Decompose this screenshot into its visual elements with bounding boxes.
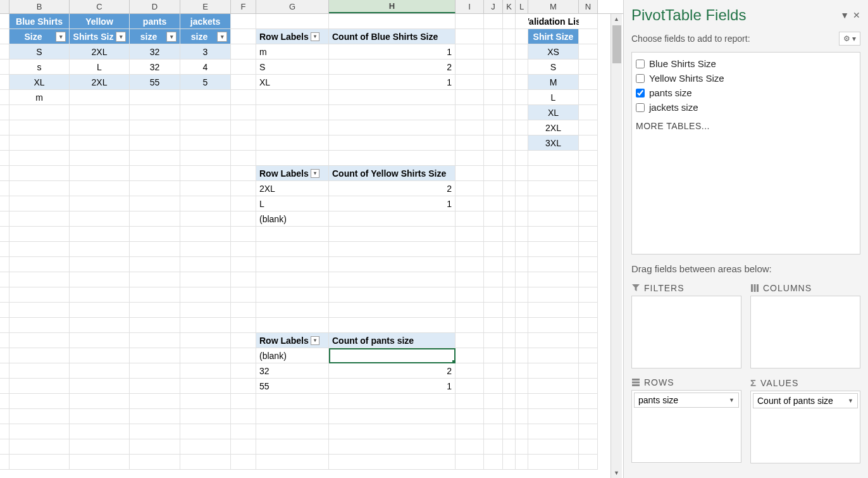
cell[interactable] [0, 333, 9, 348]
cell[interactable] [579, 75, 598, 90]
cell[interactable]: 32 [130, 60, 180, 75]
cell[interactable] [484, 196, 503, 211]
cell[interactable] [231, 29, 256, 44]
cell[interactable] [180, 272, 231, 287]
cell[interactable] [484, 166, 503, 181]
cell[interactable] [256, 287, 329, 303]
cell[interactable] [516, 455, 528, 470]
cell[interactable] [329, 424, 456, 439]
cell[interactable] [528, 394, 579, 409]
cell[interactable] [130, 394, 180, 409]
cell[interactable] [130, 151, 180, 166]
field-checkbox[interactable] [636, 89, 645, 97]
cell[interactable] [579, 196, 598, 211]
cell[interactable] [70, 166, 130, 181]
cell[interactable] [456, 90, 484, 105]
cell[interactable] [70, 135, 130, 151]
cell[interactable] [9, 105, 70, 120]
cell[interactable] [528, 379, 579, 394]
cell[interactable]: Row Labels▾ [256, 333, 329, 348]
dropdown-icon[interactable]: ▼ [729, 397, 735, 403]
field-item[interactable]: jackets size [635, 100, 857, 115]
cell[interactable] [180, 166, 231, 181]
cell[interactable] [516, 303, 528, 318]
cell[interactable] [0, 120, 9, 135]
cell[interactable] [503, 135, 516, 151]
cell[interactable] [503, 75, 516, 90]
cell[interactable] [256, 227, 329, 242]
cell[interactable] [503, 272, 516, 287]
scroll-thumb[interactable] [612, 25, 621, 63]
cell[interactable] [329, 135, 456, 151]
cell[interactable] [130, 439, 180, 455]
cell[interactable] [231, 151, 256, 166]
cell[interactable] [456, 257, 484, 272]
cell[interactable] [456, 29, 484, 44]
cell[interactable] [70, 318, 130, 333]
values-area-box[interactable]: Count of pants size ▼ [750, 391, 860, 463]
cell[interactable] [503, 379, 516, 394]
cell[interactable] [579, 318, 598, 333]
cell[interactable] [180, 120, 231, 135]
cell[interactable] [456, 181, 484, 196]
cell[interactable] [503, 424, 516, 439]
cell[interactable] [579, 166, 598, 181]
cell[interactable] [484, 90, 503, 105]
cell[interactable] [484, 105, 503, 120]
cell[interactable] [579, 135, 598, 151]
cell[interactable] [9, 166, 70, 181]
cell[interactable]: 1 [329, 44, 456, 60]
pivot-dropdown-icon[interactable]: ▾ [311, 169, 319, 178]
cell[interactable] [528, 151, 579, 166]
cell[interactable] [516, 105, 528, 120]
cell[interactable] [528, 181, 579, 196]
cell[interactable] [528, 439, 579, 455]
cell[interactable] [516, 242, 528, 257]
spreadsheet-grid[interactable]: BCDEFGHIJKLMN Blue ShirtsYellowpantsjack… [0, 0, 623, 478]
cell[interactable] [180, 227, 231, 242]
cell[interactable] [456, 135, 484, 151]
cell[interactable] [484, 29, 503, 44]
cell[interactable] [180, 242, 231, 257]
cell[interactable] [516, 424, 528, 439]
cell[interactable] [456, 105, 484, 120]
cell[interactable] [484, 318, 503, 333]
cell[interactable] [256, 257, 329, 272]
cell[interactable]: Shirt Size [528, 29, 579, 44]
cell[interactable] [9, 181, 70, 196]
cell[interactable] [130, 257, 180, 272]
cell[interactable] [516, 287, 528, 303]
cell[interactable] [9, 151, 70, 166]
cell[interactable] [130, 227, 180, 242]
cell[interactable] [180, 348, 231, 363]
cell[interactable] [231, 394, 256, 409]
cell[interactable] [456, 196, 484, 211]
cell[interactable] [9, 242, 70, 257]
cell[interactable]: Count of pants size [329, 333, 456, 348]
cell[interactable] [456, 348, 484, 363]
cell[interactable] [180, 409, 231, 424]
cell[interactable]: L [70, 60, 130, 75]
cell[interactable] [579, 14, 598, 29]
cell[interactable]: XS [528, 44, 579, 60]
cell[interactable] [503, 409, 516, 424]
cell[interactable] [70, 181, 130, 196]
cell[interactable] [9, 455, 70, 470]
cell[interactable] [130, 409, 180, 424]
cell[interactable] [516, 120, 528, 135]
cell[interactable] [516, 394, 528, 409]
cell[interactable] [516, 196, 528, 211]
cell[interactable] [579, 257, 598, 272]
cell[interactable] [503, 166, 516, 181]
cell[interactable] [503, 90, 516, 105]
cell[interactable]: 1 [329, 75, 456, 90]
cell[interactable] [579, 105, 598, 120]
cell[interactable] [516, 75, 528, 90]
cell[interactable] [0, 151, 9, 166]
cell[interactable]: L [528, 90, 579, 105]
cell[interactable]: Shirts Siz▾ [70, 29, 130, 44]
cell[interactable] [231, 105, 256, 120]
cell[interactable]: S [256, 60, 329, 75]
cell[interactable] [231, 135, 256, 151]
column-header[interactable]: K [503, 0, 516, 13]
